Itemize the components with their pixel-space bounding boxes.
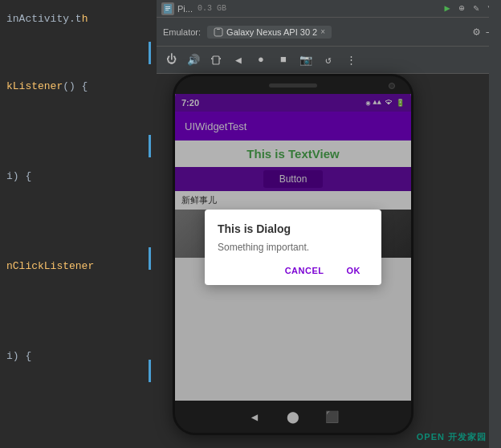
dialog-box: This is Dialog Something important. CANC… xyxy=(205,210,381,285)
ide-controls: ▶ ⊕ ✎ ▼ xyxy=(442,3,496,14)
line-indicator-3 xyxy=(149,247,151,270)
code-line-2: kListener() { xyxy=(6,75,150,98)
dialog-message: Something important. xyxy=(218,242,369,253)
code-line-3: i) { xyxy=(6,165,150,188)
nav-recent-button[interactable]: ⬛ xyxy=(324,409,339,424)
rotate-button[interactable]: ↺ xyxy=(320,52,336,68)
phone-top-bar xyxy=(175,76,411,94)
volume-button[interactable]: 🔊 xyxy=(185,52,202,68)
add-button[interactable]: ⊕ xyxy=(456,3,467,14)
phone-speaker xyxy=(269,83,317,88)
ide-topbar: Pi... 0.3 GB ▶ ⊕ ✎ ▼ xyxy=(157,0,501,18)
settings-icon[interactable]: ⚙ xyxy=(471,23,481,40)
device-tab[interactable]: Galaxy Nexus API 30 2 × xyxy=(207,26,332,39)
nav-home-button[interactable]: ⬤ xyxy=(286,409,300,424)
svg-rect-8 xyxy=(220,58,222,59)
edit-button[interactable]: ✎ xyxy=(470,3,482,14)
nav-back-button[interactable]: ◀ xyxy=(247,409,262,424)
svg-rect-6 xyxy=(213,56,219,64)
phone-screen: 7:20 ◉ ▲▲ 🔋 UIWidgetTest This is TextVie… xyxy=(175,94,411,401)
line-indicator-4 xyxy=(149,360,151,382)
more-options-button[interactable]: ⋮ xyxy=(343,52,359,68)
vibrate-button[interactable] xyxy=(208,52,224,68)
svg-rect-7 xyxy=(211,58,213,59)
code-line-4: nClickListener xyxy=(6,255,150,278)
line-indicator-2 xyxy=(149,135,151,157)
ide-size: 0.3 GB xyxy=(198,4,226,13)
cancel-button[interactable]: CANCEL xyxy=(277,263,332,279)
phone-camera xyxy=(389,83,395,89)
stop-button[interactable]: ■ xyxy=(275,52,291,68)
right-panel xyxy=(489,0,501,448)
run-button[interactable]: ▶ xyxy=(442,3,453,14)
dialog-overlay: This is Dialog Something important. CANC… xyxy=(175,94,411,401)
dialog-title: This is Dialog xyxy=(218,222,369,235)
code-line-5: i) { xyxy=(6,345,150,368)
svg-rect-1 xyxy=(165,6,170,7)
svg-rect-3 xyxy=(165,10,169,10)
device-controls-bar: ⏻ 🔊 ◀ ● ■ 📷 ↺ ⋮ xyxy=(157,47,501,74)
back-nav-button[interactable]: ◀ xyxy=(230,52,246,68)
device-tab-close[interactable]: × xyxy=(320,27,325,36)
ide-filename: Pi... xyxy=(177,4,193,14)
power-button[interactable]: ⏻ xyxy=(163,52,179,68)
camera-button[interactable]: 📷 xyxy=(298,52,314,68)
svg-rect-5 xyxy=(217,29,220,30)
dialog-buttons: CANCEL OK xyxy=(218,263,369,279)
emulator-label: Emulator: xyxy=(163,27,201,37)
file-icon xyxy=(161,2,174,15)
ide-toolbar: Emulator: Galaxy Nexus API 30 2 × ⚙ — xyxy=(157,18,501,47)
home-nav-button[interactable]: ● xyxy=(253,52,269,68)
code-editor: inActivity.th kListener() { i) { nClickL… xyxy=(0,0,157,448)
line-indicator-1 xyxy=(149,42,151,64)
device-name: Galaxy Nexus API 30 2 xyxy=(226,27,317,37)
watermark: OPEN 开发家园 xyxy=(417,431,487,443)
device-icon xyxy=(214,27,223,37)
phone-frame: 7:20 ◉ ▲▲ 🔋 UIWidgetTest This is TextVie… xyxy=(173,74,413,435)
code-line-1: inActivity.th xyxy=(6,8,150,31)
svg-rect-2 xyxy=(165,8,170,9)
ok-button[interactable]: OK xyxy=(339,263,369,279)
phone-bottom-bar: ◀ ⬤ ⬛ xyxy=(175,401,411,433)
